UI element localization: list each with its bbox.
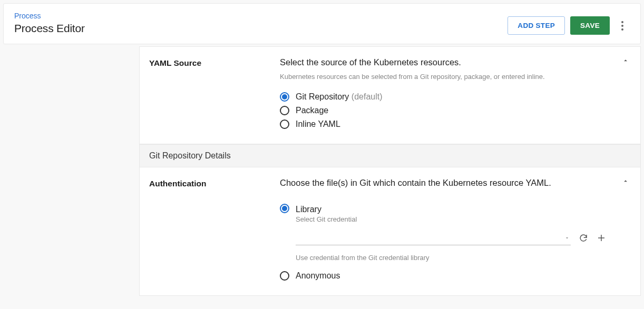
yaml-source-body: Select the source of the Kubernetes reso… (280, 57, 628, 129)
git-credential-row (296, 231, 607, 245)
header-titles: Process Process Editor (14, 12, 85, 35)
authentication-section: Authentication Choose the file(s) in Git… (140, 167, 640, 295)
radio-label: Anonymous (296, 271, 340, 281)
header-actions: ADD STEP SAVE (508, 16, 630, 35)
radio-git-repository[interactable]: Git Repository (default) (280, 92, 607, 102)
breadcrumb[interactable]: Process (14, 12, 85, 20)
page-title: Process Editor (14, 22, 85, 35)
editor-body: YAML Source Select the source of the Kub… (3, 46, 641, 296)
main-column: YAML Source Select the source of the Kub… (139, 46, 641, 296)
add-credential-button[interactable] (596, 233, 607, 243)
radio-icon (280, 119, 289, 129)
radio-anonymous[interactable]: Anonymous (280, 271, 607, 281)
git-repo-details-header: Git Repository Details (140, 144, 640, 167)
authentication-label: Authentication (149, 178, 280, 281)
authentication-body: Choose the file(s) in Git which contain … (280, 178, 628, 281)
radio-icon (280, 92, 289, 102)
chevron-up-icon (622, 177, 629, 185)
left-gutter (3, 46, 139, 296)
authentication-desc: Choose the file(s) in Git which contain … (280, 178, 607, 188)
library-field-hint: Use credential from the Git credential l… (296, 254, 607, 262)
radio-package[interactable]: Package (280, 106, 607, 115)
refresh-icon (579, 233, 588, 243)
radio-icon (280, 204, 289, 213)
svg-point-2 (621, 28, 623, 31)
radio-icon (280, 271, 289, 281)
radio-library[interactable]: Library Select Git credential (280, 203, 607, 271)
radio-icon (280, 106, 289, 115)
radio-label: Git Repository (default) (296, 92, 383, 102)
overflow-menu-button[interactable] (615, 17, 630, 34)
collapse-toggle[interactable] (620, 55, 631, 66)
kebab-icon (621, 21, 623, 31)
git-credential-select[interactable] (296, 231, 571, 245)
chevron-up-icon (622, 57, 629, 64)
save-button[interactable]: SAVE (570, 16, 610, 35)
yaml-source-section: YAML Source Select the source of the Kub… (140, 47, 640, 144)
library-subhint: Select Git credential (296, 215, 607, 223)
radio-label: Inline YAML (296, 119, 340, 129)
yaml-source-radio-group: Git Repository (default) Package Inline … (280, 92, 607, 129)
add-step-button[interactable]: ADD STEP (508, 16, 565, 35)
library-label: Library (296, 205, 607, 214)
svg-point-1 (621, 25, 623, 27)
yaml-source-label: YAML Source (149, 57, 280, 129)
radio-label: Package (296, 106, 328, 115)
yaml-source-desc: Select the source of the Kubernetes reso… (280, 57, 607, 67)
svg-point-0 (621, 21, 623, 23)
collapse-toggle[interactable] (620, 176, 631, 186)
yaml-source-hint: Kubernetes resources can be selected fro… (280, 73, 607, 81)
page-header: Process Process Editor ADD STEP SAVE (3, 3, 641, 44)
plus-icon (597, 233, 606, 243)
refresh-credentials-button[interactable] (578, 233, 589, 243)
dropdown-caret-icon (564, 235, 570, 241)
radio-inline-yaml[interactable]: Inline YAML (280, 119, 607, 129)
